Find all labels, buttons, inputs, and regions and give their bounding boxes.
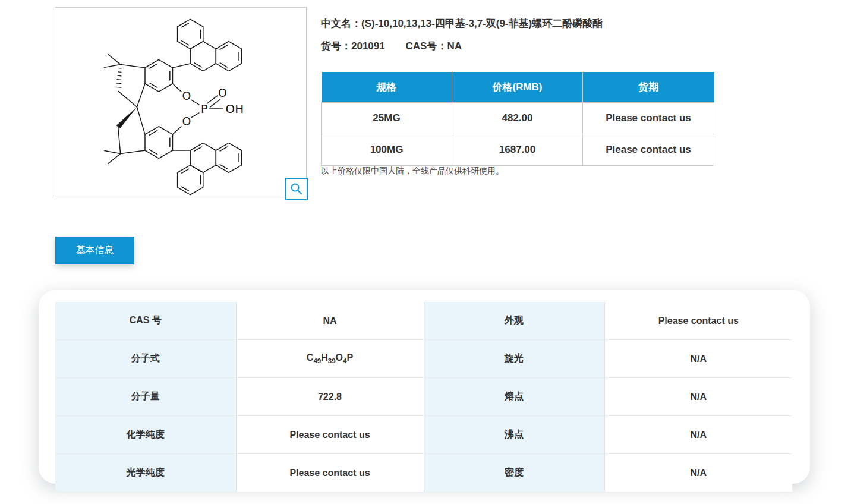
info-value-rotation: N/A [604, 340, 792, 378]
table-row: 分子式 C49H39O4P 旋光 N/A [55, 340, 792, 378]
svg-text:O: O [182, 89, 191, 102]
info-label-density: 密度 [424, 454, 604, 492]
leadtime-cell: Please contact us [583, 134, 714, 166]
table-row: 分子量 722.8 熔点 N/A [55, 378, 792, 416]
price-row: 100MG 1687.00 Please contact us [322, 134, 714, 166]
info-label-appearance: 外观 [424, 302, 604, 340]
info-table: CAS 号 NA 外观 Please contact us 分子式 C49H39… [55, 302, 792, 492]
item-no-value: 201091 [351, 40, 385, 52]
table-row: 光学纯度 Please contact us 密度 N/A [55, 454, 792, 492]
spec-cell: 100MG [322, 134, 452, 166]
svg-text:P: P [201, 102, 207, 115]
product-name-label: 中文名： [321, 18, 361, 29]
svg-text:O: O [182, 115, 191, 128]
info-value-density: N/A [604, 454, 792, 492]
spec-cell: 25MG [322, 103, 452, 134]
cas-value: NA [447, 40, 462, 52]
table-row: CAS 号 NA 外观 Please contact us [55, 302, 792, 340]
info-label-formula: 分子式 [55, 340, 236, 378]
leadtime-cell: Please contact us [583, 103, 714, 134]
info-label-opt-purity: 光学纯度 [55, 454, 236, 492]
info-value-formula: C49H39O4P [236, 340, 424, 378]
zoom-button[interactable] [285, 178, 308, 200]
cas-label: CAS号： [405, 40, 447, 52]
price-cell: 1687.00 [452, 134, 583, 166]
info-label-mw: 分子量 [55, 378, 236, 416]
info-label-cas: CAS 号 [55, 302, 236, 340]
svg-text:O: O [218, 86, 227, 99]
molecule-structure-drawing: OOOPOH [55, 8, 306, 197]
info-label-rotation: 旋光 [424, 340, 604, 378]
table-row: 化学纯度 Please contact us 沸点 N/A [55, 416, 792, 454]
info-value-chem-purity: Please contact us [236, 416, 424, 454]
product-meta-line: 货号：201091 CAS号：NA [321, 39, 462, 53]
product-name-line: 中文名：(S)-10,10,13,13-四甲基-3,7-双(9-菲基)螺环二酚磷… [321, 17, 603, 30]
price-table: 规格 价格(RMB) 货期 25MG 482.00 Please contact… [321, 72, 714, 166]
svg-text:OH: OH [226, 102, 244, 116]
info-value-opt-purity: Please contact us [236, 454, 424, 492]
price-note: 以上价格仅限中国大陆，全线产品仅供科研使用。 [321, 166, 504, 177]
price-row: 25MG 482.00 Please contact us [322, 103, 714, 134]
price-header-row: 规格 价格(RMB) 货期 [322, 72, 714, 103]
info-value-appearance: Please contact us [604, 302, 792, 340]
info-label-chem-purity: 化学纯度 [55, 416, 236, 454]
price-header-spec: 规格 [322, 72, 452, 103]
price-cell: 482.00 [452, 103, 583, 134]
price-header-leadtime: 货期 [583, 72, 714, 103]
info-value-cas: NA [236, 302, 424, 340]
item-no-label: 货号： [321, 40, 351, 52]
info-label-bp: 沸点 [424, 416, 604, 454]
info-value-bp: N/A [604, 416, 792, 454]
price-header-price: 价格(RMB) [452, 72, 583, 103]
product-name: (S)-10,10,13,13-四甲基-3,7-双(9-菲基)螺环二酚磷酸酯 [361, 18, 603, 29]
structure-image-box: OOOPOH [55, 7, 307, 197]
info-value-mp: N/A [604, 378, 792, 416]
info-value-mw: 722.8 [236, 378, 424, 416]
tab-basic-info[interactable]: 基本信息 [55, 237, 134, 264]
magnifier-icon [290, 182, 303, 196]
info-label-mp: 熔点 [424, 378, 604, 416]
